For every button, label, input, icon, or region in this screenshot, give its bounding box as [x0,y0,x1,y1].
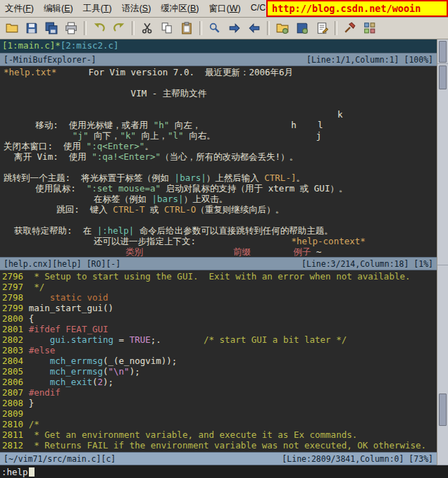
undo-button[interactable] [90,19,108,37]
save-button[interactable] [23,19,41,37]
menu-item-3[interactable]: 语法(S) [117,1,156,17]
save-session-icon [296,22,309,34]
save-all-button[interactable] [42,19,61,37]
syntax-n [29,366,50,377]
syntax-n: 跳回: 键入 [4,204,113,215]
minibuf-status-name: [-MiniBufExplorer-] [4,55,97,65]
command-text: :help [1,467,28,477]
syntax-n: （当心，所有的改动都会丢失!）。 [161,151,298,162]
copy-button[interactable] [158,19,176,37]
tag-jump-icon [363,22,376,34]
gvim-window: 文件(F)编辑(E)工具(T)语法(S)缓冲区(B)窗口(W)C/C++帮 ht… [0,0,448,478]
syntax-link: |bars| [151,194,183,204]
code-window[interactable]: 2796 * Setup to start using the GUI. Exi… [0,270,437,452]
help-status-position: [Line:3/214,Column:18] [1%] [301,259,433,269]
syntax-n: 离开 Vim: 使用 [4,151,92,162]
run-script-button[interactable] [313,19,331,37]
ad-banner[interactable]: http://blog.csdn.net/wooin [266,0,448,17]
line-number: 2803 [2,345,29,356]
redo-button[interactable] [110,19,128,37]
syntax-q: "k" [120,130,136,141]
find-prev-button[interactable] [245,19,263,37]
load-session-button[interactable] [273,19,292,37]
syntax-n: 向上， [136,130,168,141]
syntax-n: (_(e_nogvim)); [103,356,177,366]
menu-item-2[interactable]: 工具(T) [78,1,117,17]
menu-item-5[interactable]: 窗口(W) [204,1,246,17]
scrollbar[interactable] [437,39,448,465]
line-number: 2808 [2,398,29,408]
syntax-hdr: 类别 [125,246,143,257]
help-window[interactable]: *help.txt* For Vim version 7.0. 最近更新：200… [0,66,437,257]
syntax-n: 向右。 j [184,130,322,141]
minibuf-explorer[interactable]: [1:main.c]*[2:misc2.c] [0,39,437,53]
save-all-icon [45,22,58,34]
command-line[interactable]: :help [0,465,448,478]
editor-column: [1:main.c]*[2:misc2.c] [-MiniBufExplorer… [0,39,437,465]
menu-item-0[interactable]: 文件(F) [0,1,39,17]
find-prev-icon [248,22,261,34]
make-button[interactable] [341,19,359,37]
syntax-n: 向下， [88,130,120,141]
scrollbar-thumb-code[interactable] [439,394,447,426]
syntax-n: 向左， h l [169,120,323,130]
cut-button[interactable] [138,19,156,37]
syntax-n: 。 [144,141,154,151]
syntax-com: * Returns FAIL if the environment variab… [29,440,426,451]
syntax-pre: #ifdef FEAT_GUI [29,324,108,334]
syntax-n: ( [92,377,98,387]
syntax-bufcur: [1:main.c]* [2,40,61,51]
menu-item-1[interactable]: 编辑(E) [39,1,78,17]
syntax-key: CTRL-T [113,204,144,215]
make-icon [344,22,356,34]
syntax-n: 命令后给出参数可以直接跳转到任何的帮助主题。 [134,225,333,236]
syntax-n [29,292,50,303]
syntax-id: mch_errmsg [50,366,103,377]
syntax-pre: #endif [29,387,61,398]
syntax-buf: [2:misc2.c] [61,40,119,51]
main-status-position: [Line:2809/3841,Column:0] [73%] [282,454,433,464]
menu-item-4[interactable]: 缓冲区(B) [156,1,204,17]
syntax-n: 还可以进一步指定上下文: [4,236,291,246]
syntax-n: 启动对鼠标的支持（用于 xterm 或 GUI）。 [161,183,347,194]
line-number: 2810 [2,419,29,429]
syntax-link: |:help| [97,225,135,236]
toolbar-separator [267,21,270,35]
syntax-n: For Vim version 7.0. 最近更新：2006年6月 [56,67,293,77]
menu-items: 文件(F)编辑(E)工具(T)语法(S)缓冲区(B)窗口(W)C/C++帮 [0,1,299,17]
syntax-n [4,130,73,141]
tag-jump-button[interactable] [361,19,379,37]
syntax-link: |bars| [175,172,206,183]
syntax-tag: *help.txt* [4,67,56,77]
line-number: 2799 [2,303,29,313]
find-next-button[interactable] [225,19,244,37]
line-number: 2802 [2,334,29,345]
syntax-n: 获取特定帮助: 在 [4,225,97,236]
print-button[interactable] [62,19,80,37]
toolbar-separator [84,21,87,35]
save-session-button[interactable] [293,19,311,37]
line-number: 2812 [2,440,29,451]
scrollbar-minibuf[interactable] [437,39,448,64]
syntax-n [143,246,233,257]
paste-button[interactable] [178,19,196,37]
syntax-n: 在标签（例如 [4,194,151,204]
open-button[interactable] [3,19,21,37]
scrollbar-thumb-help[interactable] [439,65,447,89]
line-number: 2809 [2,408,29,419]
help-status-name: [help.cnx][help] [RO][-] [4,259,120,269]
syntax-q: "j" [73,130,89,141]
syntax-n: ); [130,366,140,377]
syntax-n [251,246,293,257]
scrollbar-thumb-minibuf[interactable] [439,41,447,63]
cut-icon [141,22,154,34]
syntax-n: 跳转到一个主题: 将光标置于标签（例如 [4,172,175,183]
syntax-com: * Setup to start using the GUI. Exit wit… [29,271,411,282]
find-next-icon [228,22,241,34]
find-replace-button[interactable] [206,19,224,37]
syntax-n: VIM - 主帮助文件 [4,88,206,99]
scrollbar-code[interactable] [437,265,448,465]
redo-icon [113,22,125,34]
scrollbar-help[interactable] [437,64,448,265]
syntax-n: 使用鼠标: [4,183,87,194]
